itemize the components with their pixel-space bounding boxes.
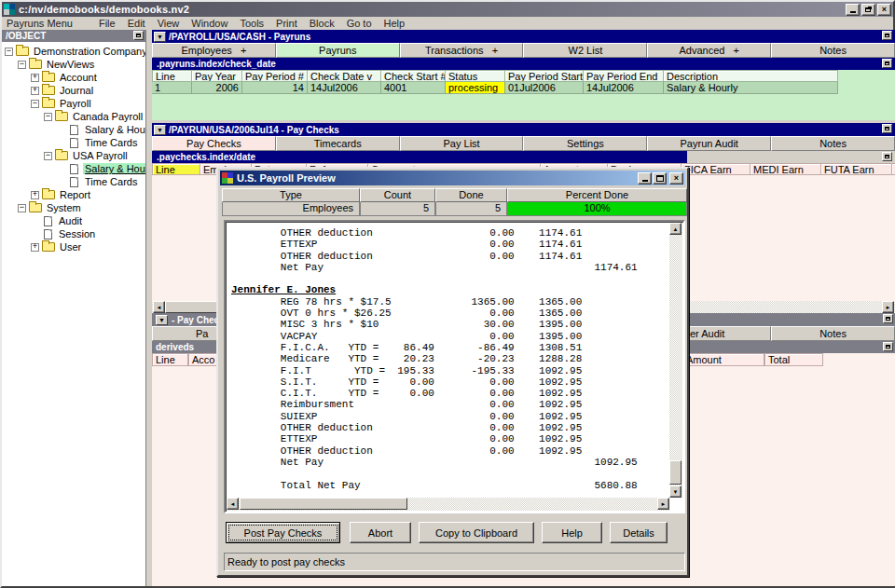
payruns-cell-description[interactable]: Salary & Hourly (664, 82, 838, 94)
tree-expander-expand-icon[interactable]: + (31, 243, 39, 252)
dialog-close-button[interactable]: × (669, 172, 683, 185)
menu-item-tools[interactable]: Tools (240, 18, 264, 29)
tree-expander-collapse-icon[interactable]: − (31, 100, 39, 108)
tree-item-report[interactable]: +Report (2, 188, 145, 201)
tree-item-user[interactable]: +User (2, 240, 145, 253)
paychecks-column-fica-earn[interactable]: FICA Earn (682, 163, 750, 175)
tree-item-salary-hourly[interactable]: Salary & Hourly (2, 123, 145, 136)
pay-check-restore-icon[interactable] (883, 314, 893, 323)
payruns-cell-pay-period[interactable]: 14 (242, 82, 308, 94)
tree-expander-expand-icon[interactable]: + (31, 87, 39, 95)
payruns-tab-employees[interactable]: Employees + (152, 43, 276, 58)
tree-expander-collapse-icon[interactable]: − (5, 48, 13, 56)
vertical-scroll-thumb[interactable] (669, 460, 682, 485)
dialog-minimize-button[interactable] (638, 172, 652, 185)
payruns-column-description[interactable]: Description (664, 70, 838, 82)
paychecks-tab-timecards[interactable]: Timecards (276, 136, 400, 151)
tree-expander-collapse-icon[interactable]: − (18, 204, 26, 212)
menu-item-go-to[interactable]: Go to (347, 18, 372, 29)
tree-item-time-cards[interactable]: Time Cards (2, 136, 145, 149)
copy-to-clipboard-button[interactable]: Copy to Clipboard (419, 522, 534, 543)
deriveds-restore-icon[interactable] (883, 342, 893, 351)
tree-item-session[interactable]: Session (2, 227, 145, 240)
tree-expander-collapse-icon[interactable]: − (44, 113, 52, 121)
post-pay-checks-button[interactable]: Post Pay Checks (226, 522, 340, 543)
tree-item-salary-hourly[interactable]: Salary & Hourly (2, 162, 145, 175)
payruns-cell-pay-period-end[interactable]: 14Jul2006 (584, 82, 664, 94)
scroll-left-button[interactable]: ◄ (227, 498, 239, 510)
menu-item-print[interactable]: Print (276, 18, 297, 29)
tree-item-payroll[interactable]: −Payroll (2, 97, 145, 110)
payruns-tab-payruns[interactable]: Payruns (276, 43, 400, 58)
payruns-tab-transactions[interactable]: Transactions + (400, 43, 524, 58)
pay-check-tab-notes[interactable]: Notes (771, 326, 895, 341)
paychecks-tab-payrun-audit[interactable]: Payrun Audit (647, 136, 771, 151)
paychecks-restore-icon[interactable] (882, 124, 892, 133)
payruns-cell-check-date-v[interactable]: 14Jul2006 (308, 82, 381, 94)
paychecks-tab-pay-checks[interactable]: Pay Checks (152, 136, 276, 151)
tree-item-demonstration-company-inc[interactable]: −Demonstration Company Inc. (2, 45, 145, 58)
paychecks-column-futa-earn[interactable]: FUTA Earn (821, 163, 892, 175)
tree-item-audit[interactable]: Audit (2, 214, 145, 227)
menu-item-payruns-menu[interactable]: Payruns Menu (7, 18, 73, 29)
paychecks-tab-notes[interactable]: Notes (771, 136, 895, 151)
tree-item-account[interactable]: +Account (2, 71, 145, 84)
details-button[interactable]: Details (610, 522, 668, 543)
payruns-cell-pay-year[interactable]: 2006 (192, 82, 242, 94)
paychecks-column-medi-earn[interactable]: MEDI Earn (750, 163, 821, 175)
paychecks-index-restore-icon[interactable] (882, 152, 892, 161)
paychecks-tab-settings[interactable]: Settings (523, 136, 647, 151)
payruns-column-pay-year[interactable]: Pay Year (192, 70, 242, 82)
scroll-left-button[interactable]: ◄ (153, 301, 165, 313)
dialog-maximize-button[interactable] (653, 172, 667, 185)
payruns-tab-notes[interactable]: Notes (771, 43, 895, 58)
tree-restore-icon[interactable] (133, 31, 144, 40)
payruns-column-check-start[interactable]: Check Start # (381, 70, 446, 82)
tree-expander-collapse-icon[interactable]: − (18, 61, 26, 69)
payruns-tab-w2-list[interactable]: W2 List (523, 43, 647, 58)
tree-item-system[interactable]: −System (2, 201, 145, 214)
preview-vertical-scrollbar[interactable]: ▲ ▼ (669, 223, 682, 498)
tree-expander-expand-icon[interactable]: + (31, 191, 39, 199)
scroll-right-button[interactable]: ► (657, 498, 669, 510)
pay-check-dropdown-button[interactable]: ▼ (156, 315, 168, 325)
payruns-dropdown-button[interactable]: ▼ (154, 32, 166, 42)
tree-item-time-cards[interactable]: Time Cards (2, 175, 145, 188)
payruns-column-pay-period-start[interactable]: Pay Period Start (505, 70, 584, 82)
paychecks-column-line[interactable]: Line (152, 163, 200, 175)
restore-button[interactable] (861, 4, 875, 16)
menu-item-edit[interactable]: Edit (128, 18, 145, 29)
tree-item-usa-payroll[interactable]: −USA Payroll (2, 149, 145, 162)
payruns-tab-advanced[interactable]: Advanced + (647, 43, 771, 58)
payruns-column-status[interactable]: Status (446, 70, 505, 82)
payruns-column-pay-period[interactable]: Pay Period # (242, 70, 308, 82)
tree-item-journal[interactable]: +Journal (2, 84, 145, 97)
scroll-right-button[interactable]: ► (882, 301, 894, 313)
payruns-index-restore-icon[interactable] (882, 59, 892, 68)
help-button[interactable]: Help (542, 522, 602, 543)
tree-expander-collapse-icon[interactable]: − (44, 152, 52, 160)
scroll-down-button[interactable]: ▼ (669, 485, 682, 498)
menu-item-file[interactable]: File (99, 18, 116, 29)
horizontal-scroll-thumb[interactable] (240, 498, 407, 510)
tree-item-newviews[interactable]: −NewViews (2, 58, 145, 71)
tree-item-canada-payroll[interactable]: −Canada Payroll (2, 110, 145, 123)
minimize-button[interactable] (846, 4, 860, 16)
payruns-cell-status[interactable]: processing (446, 82, 505, 94)
scroll-up-button[interactable]: ▲ (669, 223, 682, 235)
dialog-titlebar[interactable]: U.S. Payroll Preview × (220, 171, 685, 185)
tree-expander-expand-icon[interactable]: + (31, 74, 39, 82)
close-button[interactable]: × (877, 4, 891, 16)
paychecks-tab-pay-list[interactable]: Pay List (400, 136, 524, 151)
preview-horizontal-scrollbar[interactable]: ◄ ► (227, 498, 669, 511)
deriveds-column-amount[interactable]: Amount (682, 353, 764, 366)
menu-item-block[interactable]: Block (310, 18, 335, 29)
deriveds-column-line[interactable]: Line (152, 353, 188, 366)
deriveds-column-total[interactable]: Total (764, 353, 823, 366)
menu-item-window[interactable]: Window (191, 18, 227, 29)
payruns-column-check-date-v[interactable]: Check Date v (308, 70, 381, 82)
payruns-cell-pay-period-start[interactable]: 01Jul2006 (505, 82, 584, 94)
abort-button[interactable]: Abort (350, 522, 411, 543)
payruns-cell-line[interactable]: 1 (152, 82, 192, 94)
menu-item-view[interactable]: View (158, 18, 180, 29)
